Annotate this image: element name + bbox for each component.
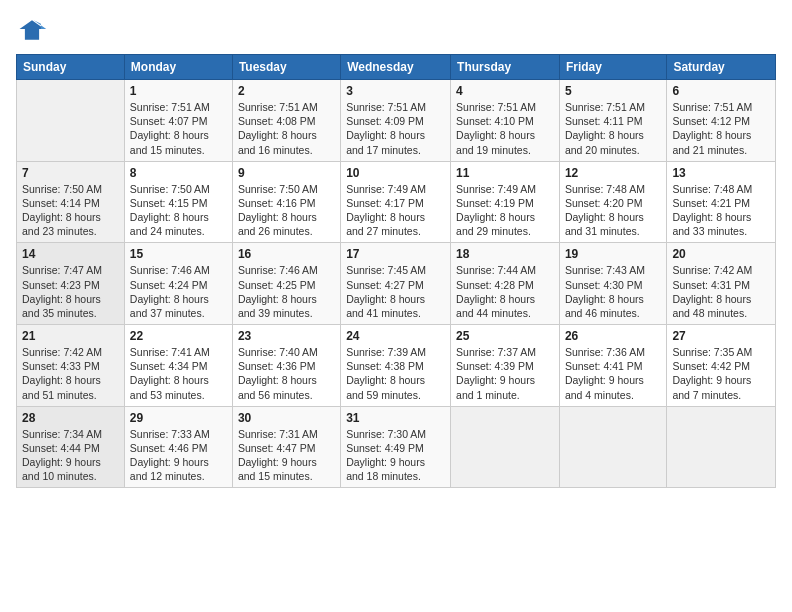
day-number: 31 [346, 411, 445, 425]
day-cell: 10Sunrise: 7:49 AMSunset: 4:17 PMDayligh… [341, 161, 451, 243]
day-cell [17, 80, 125, 162]
day-info: Sunrise: 7:47 AMSunset: 4:23 PMDaylight:… [22, 263, 119, 320]
day-of-week-thursday: Thursday [451, 55, 560, 80]
week-row-5: 28Sunrise: 7:34 AMSunset: 4:44 PMDayligh… [17, 406, 776, 488]
day-info: Sunrise: 7:39 AMSunset: 4:38 PMDaylight:… [346, 345, 445, 402]
calendar-header: SundayMondayTuesdayWednesdayThursdayFrid… [17, 55, 776, 80]
day-number: 7 [22, 166, 119, 180]
day-number: 14 [22, 247, 119, 261]
header-row: SundayMondayTuesdayWednesdayThursdayFrid… [17, 55, 776, 80]
day-info: Sunrise: 7:51 AMSunset: 4:11 PMDaylight:… [565, 100, 661, 157]
day-cell: 15Sunrise: 7:46 AMSunset: 4:24 PMDayligh… [124, 243, 232, 325]
day-cell: 18Sunrise: 7:44 AMSunset: 4:28 PMDayligh… [451, 243, 560, 325]
day-info: Sunrise: 7:48 AMSunset: 4:21 PMDaylight:… [672, 182, 770, 239]
day-info: Sunrise: 7:31 AMSunset: 4:47 PMDaylight:… [238, 427, 335, 484]
day-info: Sunrise: 7:42 AMSunset: 4:31 PMDaylight:… [672, 263, 770, 320]
day-number: 4 [456, 84, 554, 98]
day-number: 25 [456, 329, 554, 343]
day-of-week-friday: Friday [559, 55, 666, 80]
day-cell: 2Sunrise: 7:51 AMSunset: 4:08 PMDaylight… [232, 80, 340, 162]
day-info: Sunrise: 7:44 AMSunset: 4:28 PMDaylight:… [456, 263, 554, 320]
day-number: 3 [346, 84, 445, 98]
day-info: Sunrise: 7:30 AMSunset: 4:49 PMDaylight:… [346, 427, 445, 484]
day-info: Sunrise: 7:50 AMSunset: 4:15 PMDaylight:… [130, 182, 227, 239]
day-cell: 27Sunrise: 7:35 AMSunset: 4:42 PMDayligh… [667, 325, 776, 407]
day-number: 2 [238, 84, 335, 98]
day-cell: 4Sunrise: 7:51 AMSunset: 4:10 PMDaylight… [451, 80, 560, 162]
day-number: 19 [565, 247, 661, 261]
day-number: 10 [346, 166, 445, 180]
day-cell: 12Sunrise: 7:48 AMSunset: 4:20 PMDayligh… [559, 161, 666, 243]
day-info: Sunrise: 7:51 AMSunset: 4:10 PMDaylight:… [456, 100, 554, 157]
day-number: 13 [672, 166, 770, 180]
page: SundayMondayTuesdayWednesdayThursdayFrid… [0, 0, 792, 612]
day-of-week-tuesday: Tuesday [232, 55, 340, 80]
day-info: Sunrise: 7:40 AMSunset: 4:36 PMDaylight:… [238, 345, 335, 402]
day-cell: 22Sunrise: 7:41 AMSunset: 4:34 PMDayligh… [124, 325, 232, 407]
week-row-3: 14Sunrise: 7:47 AMSunset: 4:23 PMDayligh… [17, 243, 776, 325]
day-info: Sunrise: 7:48 AMSunset: 4:20 PMDaylight:… [565, 182, 661, 239]
day-info: Sunrise: 7:51 AMSunset: 4:09 PMDaylight:… [346, 100, 445, 157]
day-cell [559, 406, 666, 488]
day-info: Sunrise: 7:46 AMSunset: 4:24 PMDaylight:… [130, 263, 227, 320]
day-cell: 19Sunrise: 7:43 AMSunset: 4:30 PMDayligh… [559, 243, 666, 325]
day-info: Sunrise: 7:51 AMSunset: 4:12 PMDaylight:… [672, 100, 770, 157]
day-number: 27 [672, 329, 770, 343]
day-cell: 20Sunrise: 7:42 AMSunset: 4:31 PMDayligh… [667, 243, 776, 325]
day-cell: 26Sunrise: 7:36 AMSunset: 4:41 PMDayligh… [559, 325, 666, 407]
header [16, 16, 776, 44]
day-cell: 14Sunrise: 7:47 AMSunset: 4:23 PMDayligh… [17, 243, 125, 325]
calendar-body: 1Sunrise: 7:51 AMSunset: 4:07 PMDaylight… [17, 80, 776, 488]
day-cell: 25Sunrise: 7:37 AMSunset: 4:39 PMDayligh… [451, 325, 560, 407]
day-number: 8 [130, 166, 227, 180]
day-number: 18 [456, 247, 554, 261]
day-info: Sunrise: 7:45 AMSunset: 4:27 PMDaylight:… [346, 263, 445, 320]
calendar: SundayMondayTuesdayWednesdayThursdayFrid… [16, 54, 776, 488]
day-cell: 23Sunrise: 7:40 AMSunset: 4:36 PMDayligh… [232, 325, 340, 407]
day-info: Sunrise: 7:41 AMSunset: 4:34 PMDaylight:… [130, 345, 227, 402]
day-info: Sunrise: 7:43 AMSunset: 4:30 PMDaylight:… [565, 263, 661, 320]
day-cell: 8Sunrise: 7:50 AMSunset: 4:15 PMDaylight… [124, 161, 232, 243]
day-cell: 17Sunrise: 7:45 AMSunset: 4:27 PMDayligh… [341, 243, 451, 325]
day-number: 9 [238, 166, 335, 180]
day-number: 26 [565, 329, 661, 343]
day-info: Sunrise: 7:37 AMSunset: 4:39 PMDaylight:… [456, 345, 554, 402]
day-cell: 24Sunrise: 7:39 AMSunset: 4:38 PMDayligh… [341, 325, 451, 407]
day-cell: 28Sunrise: 7:34 AMSunset: 4:44 PMDayligh… [17, 406, 125, 488]
day-cell: 7Sunrise: 7:50 AMSunset: 4:14 PMDaylight… [17, 161, 125, 243]
day-cell [451, 406, 560, 488]
day-cell: 16Sunrise: 7:46 AMSunset: 4:25 PMDayligh… [232, 243, 340, 325]
day-info: Sunrise: 7:33 AMSunset: 4:46 PMDaylight:… [130, 427, 227, 484]
day-cell: 11Sunrise: 7:49 AMSunset: 4:19 PMDayligh… [451, 161, 560, 243]
day-of-week-monday: Monday [124, 55, 232, 80]
day-of-week-saturday: Saturday [667, 55, 776, 80]
day-cell: 3Sunrise: 7:51 AMSunset: 4:09 PMDaylight… [341, 80, 451, 162]
day-cell: 5Sunrise: 7:51 AMSunset: 4:11 PMDaylight… [559, 80, 666, 162]
day-number: 21 [22, 329, 119, 343]
day-number: 11 [456, 166, 554, 180]
day-info: Sunrise: 7:36 AMSunset: 4:41 PMDaylight:… [565, 345, 661, 402]
day-info: Sunrise: 7:50 AMSunset: 4:14 PMDaylight:… [22, 182, 119, 239]
day-number: 22 [130, 329, 227, 343]
logo-icon [16, 16, 48, 44]
day-info: Sunrise: 7:51 AMSunset: 4:07 PMDaylight:… [130, 100, 227, 157]
day-number: 5 [565, 84, 661, 98]
week-row-2: 7Sunrise: 7:50 AMSunset: 4:14 PMDaylight… [17, 161, 776, 243]
day-number: 15 [130, 247, 227, 261]
day-info: Sunrise: 7:51 AMSunset: 4:08 PMDaylight:… [238, 100, 335, 157]
week-row-1: 1Sunrise: 7:51 AMSunset: 4:07 PMDaylight… [17, 80, 776, 162]
day-cell: 29Sunrise: 7:33 AMSunset: 4:46 PMDayligh… [124, 406, 232, 488]
day-number: 24 [346, 329, 445, 343]
day-cell: 30Sunrise: 7:31 AMSunset: 4:47 PMDayligh… [232, 406, 340, 488]
week-row-4: 21Sunrise: 7:42 AMSunset: 4:33 PMDayligh… [17, 325, 776, 407]
day-cell [667, 406, 776, 488]
day-of-week-sunday: Sunday [17, 55, 125, 80]
day-number: 30 [238, 411, 335, 425]
day-cell: 9Sunrise: 7:50 AMSunset: 4:16 PMDaylight… [232, 161, 340, 243]
day-info: Sunrise: 7:42 AMSunset: 4:33 PMDaylight:… [22, 345, 119, 402]
day-info: Sunrise: 7:49 AMSunset: 4:17 PMDaylight:… [346, 182, 445, 239]
day-cell: 6Sunrise: 7:51 AMSunset: 4:12 PMDaylight… [667, 80, 776, 162]
day-info: Sunrise: 7:49 AMSunset: 4:19 PMDaylight:… [456, 182, 554, 239]
day-cell: 1Sunrise: 7:51 AMSunset: 4:07 PMDaylight… [124, 80, 232, 162]
day-cell: 13Sunrise: 7:48 AMSunset: 4:21 PMDayligh… [667, 161, 776, 243]
